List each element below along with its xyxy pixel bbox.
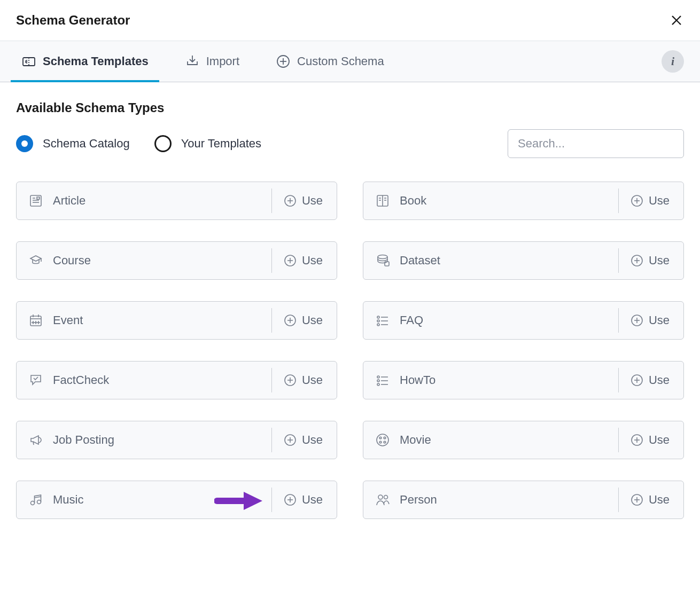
schema-card-course: CourseUse	[16, 241, 337, 280]
use-label: Use	[649, 254, 670, 268]
schema-card-jobposting: Job PostingUse	[16, 421, 337, 459]
radio-schema-catalog[interactable]: Schema Catalog	[16, 135, 130, 152]
tabs-bar: Schema Templates Import Custom Schema i	[0, 41, 700, 82]
tab-label: Schema Templates	[43, 54, 149, 68]
plus-circle-icon	[284, 254, 297, 267]
use-button[interactable]: Use	[271, 248, 337, 273]
schema-card-main[interactable]: Person	[363, 481, 618, 518]
schema-card-main[interactable]: Book	[363, 182, 618, 219]
plus-circle-icon	[276, 54, 291, 69]
plus-circle-icon	[631, 374, 643, 387]
movie-icon	[375, 433, 390, 447]
use-label: Use	[302, 433, 323, 447]
list-icon	[375, 313, 390, 328]
use-label: Use	[649, 373, 670, 387]
schema-card-main[interactable]: Job Posting	[17, 421, 271, 459]
plus-circle-icon	[284, 374, 297, 387]
use-label: Use	[649, 194, 670, 208]
info-icon: i	[671, 54, 674, 68]
schema-label: Article	[53, 194, 85, 208]
use-button[interactable]: Use	[618, 488, 683, 512]
schema-card-book: BookUse	[363, 182, 684, 220]
plus-circle-icon	[284, 434, 297, 446]
radio-icon	[154, 135, 172, 152]
schema-label: Music	[53, 493, 83, 507]
schema-label: Movie	[400, 433, 431, 447]
schema-label: Course	[53, 254, 91, 268]
schema-label: FAQ	[400, 313, 423, 327]
schema-card-howto: HowToUse	[363, 361, 684, 399]
section-title: Available Schema Types	[16, 100, 684, 115]
use-button[interactable]: Use	[618, 368, 683, 392]
use-button[interactable]: Use	[271, 368, 337, 392]
tab-label: Custom Schema	[297, 54, 384, 68]
ticket-icon	[21, 54, 36, 69]
close-button[interactable]	[669, 13, 684, 28]
modal-title: Schema Generator	[16, 13, 130, 28]
schema-card-main[interactable]: HowTo	[363, 362, 618, 399]
tab-import[interactable]: Import	[180, 41, 245, 82]
use-label: Use	[302, 254, 323, 268]
schema-card-dataset: DatasetUse	[363, 241, 684, 280]
event-icon	[28, 313, 43, 328]
list-icon	[375, 373, 390, 388]
use-button[interactable]: Use	[618, 308, 683, 333]
schema-card-main[interactable]: Dataset	[363, 242, 618, 279]
person-icon	[375, 492, 390, 507]
schema-label: Event	[53, 313, 83, 327]
schema-card-main[interactable]: Article	[17, 182, 271, 219]
use-button[interactable]: Use	[271, 308, 337, 333]
tab-schema-templates[interactable]: Schema Templates	[16, 41, 154, 82]
schema-card-article: ArticleUse	[16, 182, 337, 220]
schema-card-main[interactable]: Course	[17, 242, 271, 279]
plus-circle-icon	[631, 434, 643, 446]
use-button[interactable]: Use	[618, 188, 683, 213]
schema-label: Book	[400, 194, 426, 208]
modal-header: Schema Generator	[0, 0, 700, 41]
factcheck-icon	[28, 373, 43, 388]
use-button[interactable]: Use	[618, 428, 683, 452]
close-icon	[671, 14, 682, 26]
use-label: Use	[649, 433, 670, 447]
info-button[interactable]: i	[662, 50, 684, 73]
schema-card-main[interactable]: Movie	[363, 421, 618, 459]
schema-grid: ArticleUseBookUseCourseUseDatasetUseEven…	[16, 182, 684, 519]
article-icon	[28, 193, 43, 208]
search-input[interactable]	[508, 129, 684, 158]
schema-label: Dataset	[400, 254, 440, 268]
schema-card-main[interactable]: Music	[17, 481, 271, 518]
tab-custom-schema[interactable]: Custom Schema	[270, 41, 390, 82]
plus-circle-icon	[284, 493, 297, 506]
schema-card-main[interactable]: FactCheck	[17, 362, 271, 399]
use-button[interactable]: Use	[271, 188, 337, 213]
use-button[interactable]: Use	[618, 248, 683, 273]
schema-label: FactCheck	[53, 373, 109, 387]
radio-label: Your Templates	[181, 137, 261, 151]
schema-card-factcheck: FactCheckUse	[16, 361, 337, 399]
plus-circle-icon	[284, 314, 297, 327]
schema-card-faq: FAQUse	[363, 301, 684, 340]
use-label: Use	[649, 313, 670, 327]
radio-label: Schema Catalog	[43, 137, 130, 151]
schema-card-movie: MovieUse	[363, 421, 684, 459]
schema-card-event: EventUse	[16, 301, 337, 340]
content-area: Available Schema Types Schema Catalog Yo…	[0, 82, 700, 537]
schema-card-main[interactable]: FAQ	[363, 302, 618, 339]
plus-circle-icon	[631, 194, 643, 207]
use-button[interactable]: Use	[271, 428, 337, 452]
book-icon	[375, 193, 390, 208]
radio-icon	[16, 135, 33, 152]
megaphone-icon	[28, 433, 43, 447]
plus-circle-icon	[631, 254, 643, 267]
dataset-icon	[375, 253, 390, 268]
schema-label: Job Posting	[53, 433, 114, 447]
plus-circle-icon	[284, 194, 297, 207]
use-button[interactable]: Use	[271, 488, 337, 512]
use-label: Use	[302, 373, 323, 387]
schema-card-main[interactable]: Event	[17, 302, 271, 339]
radio-your-templates[interactable]: Your Templates	[154, 135, 261, 152]
schema-label: HowTo	[400, 373, 435, 387]
schema-card-person: PersonUse	[363, 481, 684, 519]
music-icon	[28, 492, 43, 507]
course-icon	[28, 253, 43, 268]
